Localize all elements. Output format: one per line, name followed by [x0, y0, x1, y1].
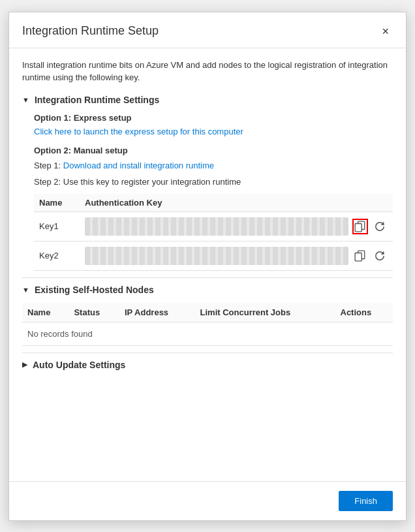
col-name-header: Name	[34, 194, 80, 212]
key1-refresh-button[interactable]	[372, 219, 388, 234]
key1-masked-value	[85, 217, 348, 236]
dialog-title: Integration Runtime Setup	[22, 24, 159, 38]
key2-copy-button[interactable]	[352, 248, 368, 264]
section-nodes-header: ▼ Existing Self-Hosted Nodes	[22, 285, 393, 295]
section-integration-title: Integration Runtime Settings	[35, 95, 159, 105]
keys-table: Name Authentication Key Key1	[34, 194, 393, 271]
key1-value-cell	[85, 217, 388, 236]
nodes-table: Name Status IP Address Limit Concurrent …	[22, 303, 393, 346]
refresh-icon	[374, 221, 386, 232]
svg-rect-1	[355, 223, 361, 231]
finish-button[interactable]: Finish	[339, 491, 393, 511]
express-setup-link[interactable]: Click here to launch the express setup f…	[34, 127, 243, 136]
copy-icon	[354, 221, 366, 232]
section-integration-triangle[interactable]: ▼	[22, 96, 29, 104]
no-records-cell: No records found	[22, 322, 393, 345]
key2-masked-value	[85, 247, 348, 265]
integration-runtime-dialog: Integration Runtime Setup × Install inte…	[8, 12, 407, 521]
copy-icon	[354, 250, 366, 262]
section-nodes-triangle[interactable]: ▼	[22, 286, 29, 294]
download-install-link[interactable]: Download and install integration runtime	[63, 161, 214, 170]
step2-text: Step 2: Use this key to register your in…	[34, 176, 393, 189]
section-auto-update: ▶ Auto Update Settings	[22, 360, 393, 370]
key2-refresh-button[interactable]	[372, 248, 388, 264]
nodes-col-limit: Limit Concurrent Jobs	[195, 303, 335, 322]
dialog-header: Integration Runtime Setup ×	[9, 12, 406, 48]
key1-copy-button[interactable]	[352, 219, 368, 234]
no-records-text: No records found	[27, 329, 93, 339]
refresh-icon	[374, 250, 386, 262]
nodes-col-ip: IP Address	[119, 303, 195, 322]
key2-row: Key2	[34, 241, 393, 270]
section-integration-header: ▼ Integration Runtime Settings	[22, 95, 393, 105]
intro-text: Install integration runtime bits on Azur…	[22, 59, 393, 84]
nodes-col-actions: Actions	[335, 303, 393, 322]
step1-label: Step 1:	[34, 161, 63, 170]
key1-name: Key1	[39, 221, 59, 231]
dialog-footer: Finish	[9, 481, 406, 520]
step1-text: Step 1: Download and install integration…	[34, 159, 393, 172]
close-button[interactable]: ×	[378, 24, 393, 39]
dialog-body: Install integration runtime bits on Azur…	[9, 48, 406, 481]
key2-value-cell	[85, 247, 388, 265]
section-auto-update-title: Auto Update Settings	[33, 360, 125, 370]
nodes-no-records-row: No records found	[22, 322, 393, 345]
svg-rect-3	[355, 253, 361, 260]
divider-1	[22, 277, 393, 278]
divider-2	[22, 352, 393, 353]
nodes-col-status: Status	[69, 303, 119, 322]
option1-title: Option 1: Express setup	[34, 113, 393, 123]
section-auto-update-triangle[interactable]: ▶	[22, 360, 27, 369]
key2-name: Key2	[39, 251, 59, 260]
option2-title: Option 2: Manual setup	[34, 146, 393, 155]
section-auto-update-header: ▶ Auto Update Settings	[22, 360, 393, 370]
col-auth-key-header: Authentication Key	[80, 194, 393, 212]
option2-block: Option 2: Manual setup Step 1: Download …	[34, 146, 393, 189]
section-nodes: ▼ Existing Self-Hosted Nodes Name Status…	[22, 285, 393, 346]
nodes-col-name: Name	[22, 303, 69, 322]
section-integration-content: Option 1: Express setup Click here to la…	[22, 113, 393, 271]
key1-row: Key1	[34, 211, 393, 241]
section-nodes-title: Existing Self-Hosted Nodes	[35, 285, 154, 295]
